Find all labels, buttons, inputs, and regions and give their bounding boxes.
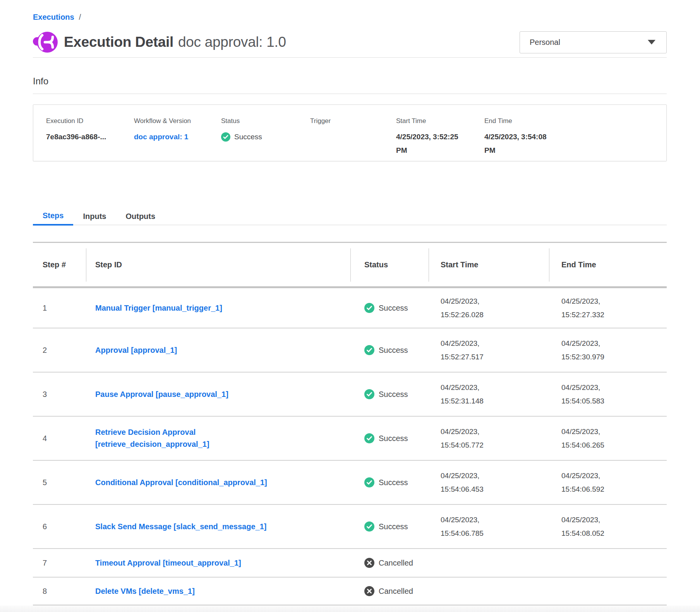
step-number: 8 <box>43 587 47 596</box>
row-end-time: 04/25/2023, 15:52:30.979 <box>561 337 625 364</box>
execution-id-value: 7e8ac396-a868-... <box>46 130 134 144</box>
step-link[interactable]: Conditional Approval [conditional_approv… <box>95 477 267 489</box>
info-field-workflow-version: Workflow & Version doc approval: 1 <box>134 117 221 161</box>
status-badge: Cancelled <box>364 558 413 568</box>
step-link[interactable]: Delete VMs [delete_vms_1] <box>95 585 195 597</box>
title-row: Execution Detaildoc approval: 1.0 Person… <box>33 30 667 54</box>
success-check-icon <box>221 132 230 142</box>
row-start-time: 04/25/2023, 15:54:05.772 <box>441 425 504 452</box>
row-end-time: 04/25/2023, 15:54:05.583 <box>561 381 625 408</box>
page-title: Execution Detaildoc approval: 1.0 <box>64 34 286 50</box>
title-divider <box>33 57 667 58</box>
execution-detail-page: Executions/ Execution Detaildoc approval… <box>33 0 667 607</box>
table-row: 3 Pause Approval [pause_approval_1] Succ… <box>33 372 667 416</box>
field-label: Start Time <box>396 117 484 125</box>
page-bottom-strip <box>0 605 700 612</box>
row-start-time: 04/25/2023, 15:54:06.453 <box>441 469 504 496</box>
success-check-icon <box>364 521 374 532</box>
success-check-icon <box>364 303 374 313</box>
step-link[interactable]: Pause Approval [pause_approval_1] <box>95 388 228 400</box>
field-label: Workflow & Version <box>134 117 221 125</box>
breadcrumb: Executions/ <box>33 0 667 22</box>
table-row: 2 Approval [approval_1] Success 04/25/20… <box>33 328 667 372</box>
workflow-icon <box>33 31 58 53</box>
status-text: Success <box>379 434 408 443</box>
info-field-start-time: Start Time 4/25/2023, 3:52:25 PM <box>396 117 484 161</box>
breadcrumb-separator: / <box>79 13 81 21</box>
info-card: Execution ID 7e8ac396-a868-... Workflow … <box>33 104 667 161</box>
page-subtitle: doc approval: 1.0 <box>178 34 286 50</box>
status-text: Success <box>379 346 408 355</box>
status-badge: Success <box>364 389 408 399</box>
row-start-time: 04/25/2023, 15:52:26.028 <box>441 294 504 321</box>
table-row: 8 Delete VMs [delete_vms_1] Cancelled <box>33 577 667 605</box>
status-badge: Cancelled <box>364 586 413 596</box>
step-link[interactable]: Timeout Approval [timeout_approval_1] <box>95 557 241 569</box>
info-field-execution-id: Execution ID 7e8ac396-a868-... <box>46 117 134 161</box>
success-check-icon <box>364 433 374 443</box>
field-label: Status <box>221 117 310 125</box>
step-link[interactable]: Retrieve Decision Approval [retrieve_dec… <box>95 426 304 450</box>
status-text: Success <box>379 390 408 399</box>
status-text: Cancelled <box>379 587 413 596</box>
info-field-status: Status Success <box>221 117 310 161</box>
status-text: Success <box>234 130 262 144</box>
breadcrumb-executions-link[interactable]: Executions <box>33 13 74 21</box>
success-check-icon <box>364 389 374 399</box>
status-badge: Success <box>364 521 408 532</box>
start-time-value: 4/25/2023, 3:52:25 PM <box>396 130 470 157</box>
column-header-step-number: Step # <box>33 243 86 286</box>
step-number: 1 <box>43 304 47 313</box>
workspace-selector-value: Personal <box>530 38 560 47</box>
column-header-step-id: Step ID <box>86 243 350 286</box>
status-badge: Success <box>364 303 408 313</box>
info-divider <box>33 94 667 94</box>
steps-table-header: Step # Step ID Status Start Time End Tim… <box>33 242 667 288</box>
success-check-icon <box>364 345 374 355</box>
status-badge: Success <box>364 433 408 443</box>
end-time-value: 4/25/2023, 3:54:08 PM <box>484 130 558 157</box>
row-end-time: 04/25/2023, 15:54:06.592 <box>561 469 625 496</box>
row-end-time: 04/25/2023, 15:54:08.052 <box>561 513 625 540</box>
status-text: Success <box>379 478 408 487</box>
row-end-time: 04/25/2023, 15:52:27.332 <box>561 294 625 321</box>
tab-inputs[interactable]: Inputs <box>73 207 116 226</box>
tab-steps[interactable]: Steps <box>33 207 73 226</box>
step-link[interactable]: Approval [approval_1] <box>95 344 177 356</box>
cancelled-x-icon <box>364 586 374 596</box>
row-end-time: 04/25/2023, 15:54:06.265 <box>561 425 625 452</box>
step-number: 3 <box>43 390 47 399</box>
tab-bar: Steps Inputs Outputs <box>33 207 667 226</box>
row-start-time: 04/25/2023, 15:54:06.785 <box>441 513 504 540</box>
info-field-trigger: Trigger <box>310 117 396 161</box>
step-number: 4 <box>43 434 47 443</box>
step-number: 5 <box>43 478 47 487</box>
field-label: End Time <box>484 117 666 125</box>
table-row: 1 Manual Trigger [manual_trigger_1] Succ… <box>33 288 667 328</box>
workflow-version-link[interactable]: doc approval: 1 <box>134 133 188 141</box>
status-badge: Success <box>364 345 408 355</box>
tab-outputs[interactable]: Outputs <box>116 207 165 226</box>
step-number: 6 <box>43 522 47 531</box>
status-text: Success <box>379 522 408 531</box>
table-row: 6 Slack Send Message [slack_send_message… <box>33 504 667 548</box>
step-link[interactable]: Manual Trigger [manual_trigger_1] <box>95 302 222 314</box>
field-label: Execution ID <box>46 117 134 125</box>
steps-table-body: 1 Manual Trigger [manual_trigger_1] Succ… <box>33 288 667 607</box>
workspace-selector[interactable]: Personal <box>520 31 667 53</box>
cancelled-x-icon <box>364 558 374 568</box>
chevron-down-icon <box>648 40 655 44</box>
step-link[interactable]: Slack Send Message [slack_send_message_1… <box>95 521 266 533</box>
info-field-end-time: End Time 4/25/2023, 3:54:08 PM <box>484 117 666 161</box>
row-start-time: 04/25/2023, 15:52:31.148 <box>441 381 504 408</box>
status-text: Cancelled <box>379 559 413 568</box>
table-row: 7 Timeout Approval [timeout_approval_1] … <box>33 548 667 577</box>
table-row: 4 Retrieve Decision Approval [retrieve_d… <box>33 416 667 460</box>
column-header-status: Status <box>350 243 429 286</box>
status-badge: Success <box>364 477 408 487</box>
column-header-start-time: Start Time <box>429 243 549 286</box>
table-row: 5 Conditional Approval [conditional_appr… <box>33 460 667 504</box>
status-badge: Success <box>221 130 262 144</box>
row-start-time: 04/25/2023, 15:52:27.517 <box>441 337 504 364</box>
field-label: Trigger <box>310 117 396 125</box>
